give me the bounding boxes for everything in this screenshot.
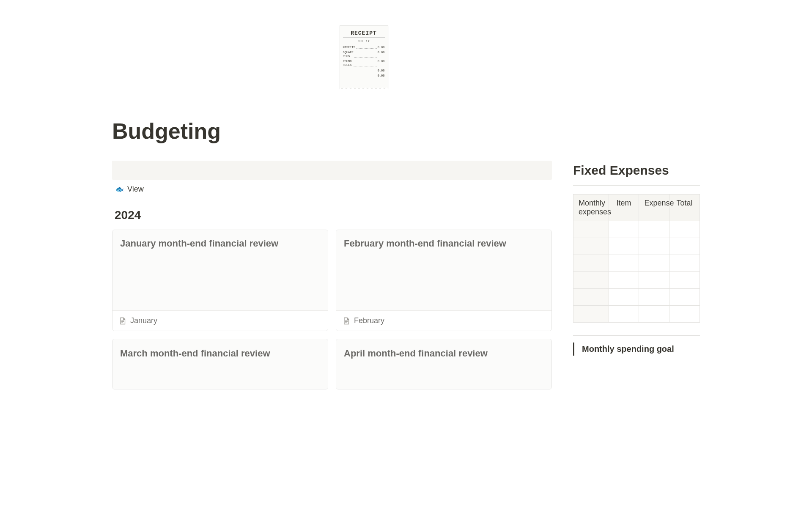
card-footer: February (336, 310, 551, 331)
table-header[interactable]: Item (609, 195, 639, 221)
card-title: January month-end financial review (120, 238, 320, 250)
card-title: February month-end financial review (344, 238, 544, 250)
table-cell[interactable] (669, 238, 700, 255)
table-cell[interactable] (639, 306, 669, 323)
review-card-march[interactable]: March month-end financial review (112, 339, 328, 389)
table-cell[interactable] (609, 306, 639, 323)
table-header[interactable]: Expense (639, 195, 669, 221)
fixed-expenses-table[interactable]: Monthly expenses Item Expense Total (573, 194, 700, 323)
table-header[interactable]: Total (669, 195, 700, 221)
table-cell[interactable] (609, 289, 639, 306)
table-cell[interactable] (639, 272, 669, 289)
page-title[interactable]: Budgeting (112, 118, 700, 144)
table-cell[interactable] (669, 221, 700, 238)
table-cell[interactable] (609, 272, 639, 289)
table-row[interactable] (573, 272, 700, 289)
table-cell[interactable] (669, 255, 700, 272)
divider (573, 335, 700, 336)
page-icon (119, 317, 126, 325)
table-cell[interactable] (573, 221, 609, 238)
receipt-line: MISFITS 0.00 (343, 46, 385, 49)
table-cell[interactable] (609, 238, 639, 255)
table-cell[interactable] (609, 221, 639, 238)
receipt-line: SQUARE PEGS 0.00 (343, 51, 385, 58)
table-cell[interactable] (639, 238, 669, 255)
year-heading: 2024 (115, 208, 552, 222)
review-card-april[interactable]: April month-end financial review (336, 339, 552, 389)
review-card-february[interactable]: February month-end financial review Febr… (336, 230, 552, 331)
card-title: April month-end financial review (344, 348, 544, 360)
fixed-expenses-title[interactable]: Fixed Expenses (573, 163, 700, 178)
table-header[interactable]: Monthly expenses (573, 195, 609, 221)
receipt-icon[interactable]: RECEIPT JUL 17 MISFITS 0.00 SQUARE PEGS … (340, 25, 388, 89)
table-cell[interactable] (609, 255, 639, 272)
table-cell[interactable] (573, 289, 609, 306)
spending-goal-block[interactable]: Monthly spending goal (573, 343, 700, 356)
receipt-header: RECEIPT (343, 30, 385, 37)
view-tab[interactable]: 🐟 View (112, 180, 552, 199)
table-cell[interactable] (639, 255, 669, 272)
page-icon (343, 317, 350, 325)
divider (573, 185, 700, 186)
table-cell[interactable] (573, 272, 609, 289)
table-row[interactable] (573, 255, 700, 272)
table-cell[interactable] (573, 306, 609, 323)
card-month-label: February (354, 316, 384, 325)
table-cell[interactable] (639, 289, 669, 306)
table-cell[interactable] (669, 289, 700, 306)
page-icon-area: RECEIPT JUL 17 MISFITS 0.00 SQUARE PEGS … (70, 25, 658, 89)
spending-goal-label: Monthly spending goal (582, 344, 700, 354)
table-row[interactable] (573, 238, 700, 255)
database-header-spacer (112, 161, 552, 180)
table-row[interactable] (573, 289, 700, 306)
card-month-label: January (130, 316, 157, 325)
receipt-date: JUL 17 (343, 40, 385, 43)
table-cell[interactable] (639, 221, 669, 238)
review-card-january[interactable]: January month-end financial review Janua… (112, 230, 328, 331)
table-cell[interactable] (573, 238, 609, 255)
table-row[interactable] (573, 306, 700, 323)
card-title: March month-end financial review (120, 348, 320, 360)
receipt-line: ROUND HOLES 0.00 (343, 60, 385, 67)
view-tab-label: View (127, 185, 144, 194)
card-footer: January (112, 310, 328, 331)
fish-icon: 🐟 (115, 185, 124, 193)
table-row[interactable] (573, 221, 700, 238)
table-cell[interactable] (669, 306, 700, 323)
table-cell[interactable] (573, 255, 609, 272)
table-cell[interactable] (669, 272, 700, 289)
